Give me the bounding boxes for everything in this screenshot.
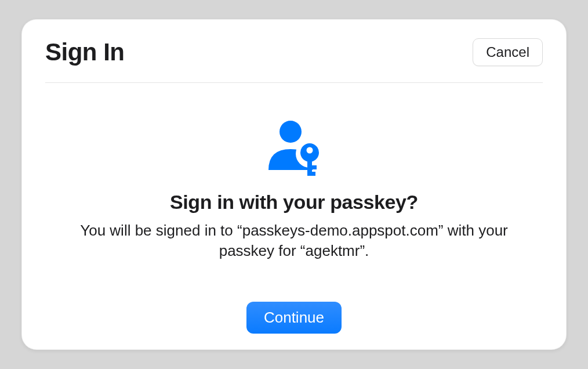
- svg-rect-6: [312, 172, 315, 176]
- dialog-header: Sign In Cancel: [45, 38, 543, 83]
- prompt-heading: Sign in with your passkey?: [170, 191, 418, 214]
- continue-button[interactable]: Continue: [246, 302, 342, 334]
- sign-in-dialog: Sign In Cancel Sign in with: [21, 19, 567, 350]
- passkey-user-icon: [262, 118, 326, 180]
- svg-rect-4: [307, 160, 312, 176]
- svg-rect-5: [312, 165, 317, 169]
- dialog-title: Sign In: [45, 38, 125, 66]
- svg-point-3: [307, 147, 313, 154]
- dialog-body: Sign in with your passkey? You will be s…: [45, 83, 543, 334]
- cancel-button[interactable]: Cancel: [473, 38, 543, 66]
- prompt-body-text: You will be signed in to “passkeys-demo.…: [68, 220, 520, 261]
- svg-point-0: [280, 121, 302, 143]
